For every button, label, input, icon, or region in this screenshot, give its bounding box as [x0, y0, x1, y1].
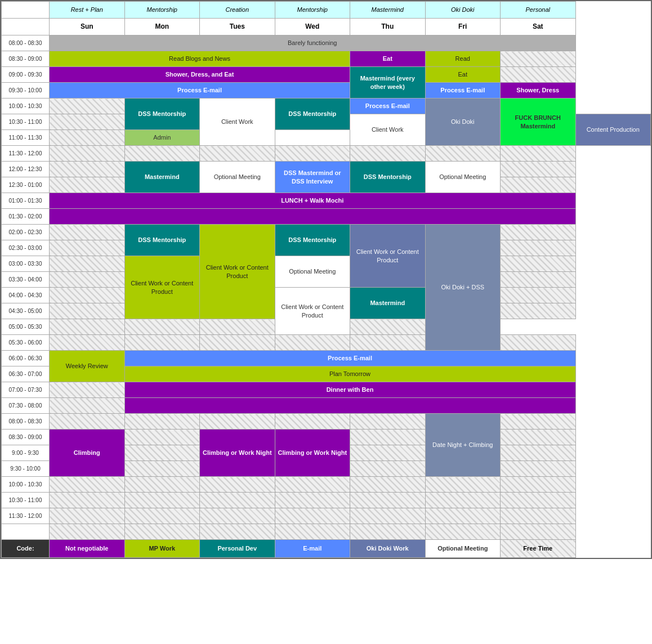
empty-sun-0400 — [50, 288, 125, 303]
read-fri: Read — [425, 51, 501, 67]
time-1100: 11:00 - 11:30 — [2, 130, 50, 146]
dss-mastermind-interview: DSS Mastermind or DSS Interview — [275, 162, 350, 193]
empty-sat-0500 — [350, 319, 426, 335]
empty-sun-1230 — [50, 177, 125, 193]
row-0730: 07:30 - 08:00 — [2, 398, 651, 414]
cat-fri: Oki Doki — [425, 2, 501, 19]
empty-mon-2300 — [124, 508, 200, 524]
empty-thu-2000 — [350, 414, 426, 430]
cat-sun: Rest + Plan — [50, 2, 125, 19]
empty-sun-0230 — [50, 240, 125, 256]
lunch-walk-mochi: LUNCH + Walk Mochi — [50, 193, 576, 209]
mastermind-thu-2: Mastermind — [350, 288, 426, 319]
empty-sat-0830 — [501, 51, 576, 67]
fuck-brunch-mastermind: FUCK BRUNCH Mastermind — [501, 99, 576, 146]
empty-tues-2230 — [200, 493, 275, 508]
empty-sat-1230 — [501, 177, 576, 193]
shower-dress-sat: Shower, Dress — [501, 83, 576, 99]
weekly-review-sun: Weekly Review — [50, 351, 125, 382]
cat-thu: Mastermind — [350, 2, 426, 19]
row-spacer — [2, 524, 651, 540]
time-0700: 07:00 - 07:30 — [2, 382, 50, 398]
day-sun: Sun — [50, 19, 125, 35]
empty-sat-0230 — [501, 240, 576, 256]
empty-sun-0330 — [50, 272, 125, 288]
date-night-climbing: Date Night + Climbing — [425, 414, 501, 477]
time-0230: 02:30 - 03:00 — [2, 240, 50, 256]
empty-thu-2100 — [350, 445, 426, 461]
climbing-sun: Climbing — [50, 430, 125, 477]
client-work-content-tues: Client Work or Content Product — [200, 225, 275, 319]
time-2000: 08:00 - 08:30 — [2, 414, 50, 430]
empty-tues-0530 — [200, 335, 275, 351]
row-0700: 07:00 - 07:30 Dinner with Ben — [2, 382, 651, 398]
empty-sat-1200 — [501, 162, 576, 177]
client-work-content-thu: Client Work or Content Product — [350, 225, 426, 288]
dinner-with-ben: Dinner with Ben — [124, 382, 575, 398]
time-1030: 10:30 - 11:00 — [2, 114, 50, 130]
time-header — [2, 19, 50, 35]
legend-row: Code: Not negotiable MP Work Personal De… — [2, 540, 651, 558]
admin-mon: Admin — [124, 130, 200, 146]
empty-mon-0500 — [124, 319, 200, 335]
time-0930: 09:30 - 10:00 — [2, 83, 50, 99]
time-1130: 11:30 - 12:00 — [2, 146, 50, 162]
day-mon: Mon — [124, 19, 200, 35]
process-email-top: Process E-mail — [50, 83, 350, 99]
empty-sat-2300 — [501, 508, 576, 524]
legend-free-time: Free Time — [501, 540, 576, 558]
empty-fri-2200 — [425, 477, 501, 493]
row-0130: 01:30 - 02:00 — [2, 209, 651, 225]
empty-sat-0300 — [501, 256, 576, 272]
day-wed: Wed — [275, 19, 350, 35]
row-0530: 05:30 - 06:00 — [2, 335, 651, 351]
row-0800: 08:00 - 08:30 Barely functioning — [2, 35, 651, 51]
empty-mon-2000 — [124, 414, 200, 430]
time-0300: 03:00 - 03:30 — [2, 256, 50, 272]
read-blogs: Read Blogs and News — [50, 51, 350, 67]
empty-wed-2230 — [275, 493, 350, 508]
legend-oki-doki-work: Oki Doki Work — [350, 540, 426, 558]
time-0630: 06:30 - 07:00 — [2, 366, 50, 382]
empty-sat-2100 — [501, 445, 576, 461]
process-email-fri: Process E-mail — [425, 83, 501, 99]
climbing-work-night-tues: Climbing or Work Night — [200, 430, 275, 477]
empty-sun-0430 — [50, 303, 125, 319]
legend-not-negotiable: Not negotiable — [50, 540, 125, 558]
empty-fri-2300 — [425, 508, 501, 524]
eat-fri: Eat — [425, 67, 501, 83]
empty-thu-1130 — [350, 146, 426, 162]
empty-tues-2200 — [200, 477, 275, 493]
time-0100: 01:00 - 01:30 — [2, 193, 50, 209]
empty-sat-0900 — [501, 67, 576, 83]
row-1130: 11:30 - 12:00 — [2, 146, 651, 162]
empty-mon-2200 — [124, 477, 200, 493]
dss-mentorship-mon-2: DSS Mentorship — [124, 225, 200, 256]
day-tues: Tues — [200, 19, 275, 35]
time-0500: 05:00 - 05:30 — [2, 319, 50, 335]
empty-mon-2030 — [124, 430, 200, 445]
time-0330: 03:30 - 04:00 — [2, 272, 50, 288]
empty-thu-2030 — [350, 430, 426, 445]
empty-tues-2300 — [200, 508, 275, 524]
time-0730: 07:30 - 08:00 — [2, 398, 50, 414]
empty-thu-2300 — [350, 508, 426, 524]
row-0100: 01:00 - 01:30 LUNCH + Walk Mochi — [2, 193, 651, 209]
time-0600: 06:00 - 06:30 — [2, 351, 50, 366]
empty-thu-2200 — [350, 477, 426, 493]
schedule-container: Rest + Plan Mentorship Creation Mentorsh… — [0, 0, 652, 559]
empty-wed-2300 — [275, 508, 350, 524]
time-1000: 10:00 - 10:30 — [2, 99, 50, 114]
time-2100: 9:00 - 9:30 — [2, 445, 50, 461]
mastermind-mon: Mastermind — [124, 162, 200, 193]
empty-wed-2200 — [275, 477, 350, 493]
time-2230: 10:30 - 11:00 — [2, 493, 50, 508]
empty-sun-0530 — [50, 335, 125, 351]
empty-sun-1200 — [50, 162, 125, 177]
category-row: Rest + Plan Mentorship Creation Mentorsh… — [2, 2, 651, 19]
time-0130: 01:30 - 02:00 — [2, 209, 50, 225]
empty-sat-0400 — [501, 288, 576, 303]
empty-sat-1130 — [501, 146, 576, 162]
empty-sun-1100 — [50, 130, 125, 146]
time-2030: 08:30 - 09:00 — [2, 430, 50, 445]
